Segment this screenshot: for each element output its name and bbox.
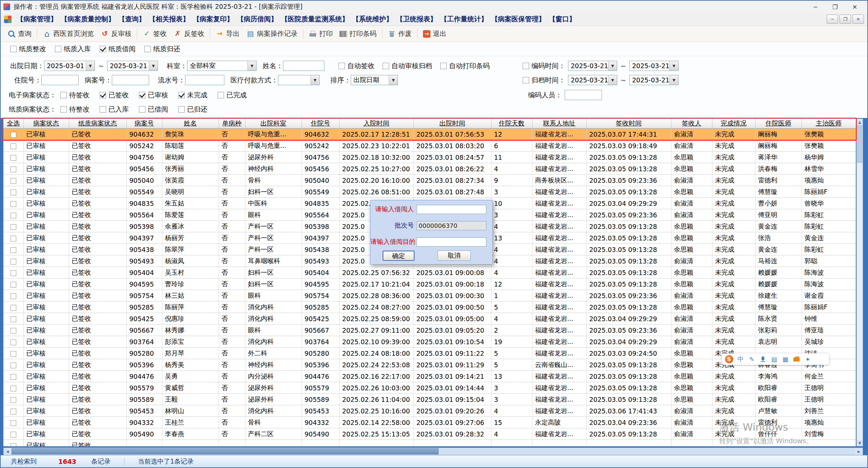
table-row[interactable]: 已审核已签收905242陈聪莲否呼吸与危重...9052422025.02.23… <box>3 140 856 152</box>
chinese-mode-icon[interactable]: 中 <box>737 355 744 363</box>
mdi-close-button[interactable]: ✕ <box>852 15 864 24</box>
row-checkbox[interactable] <box>11 305 16 311</box>
window-minimize-button[interactable]: ─ <box>806 1 825 13</box>
column-header[interactable]: 主治医师 <box>802 119 856 129</box>
chevron-down-icon[interactable]: ▼ <box>389 75 398 85</box>
western-homepage-browse-button[interactable]: ⌂西医首页浏览 <box>39 27 97 40</box>
purpose-input[interactable] <box>417 237 486 247</box>
row-checkbox[interactable] <box>11 386 16 391</box>
serial-no-input[interactable] <box>185 75 224 85</box>
cancel-button[interactable]: 取消 <box>438 251 471 261</box>
row-checkbox[interactable] <box>11 363 16 368</box>
row-checkbox[interactable] <box>11 178 16 184</box>
window-close-button[interactable]: ✕ <box>845 1 865 13</box>
keyboard-icon[interactable]: ▤ <box>770 355 778 363</box>
window-maximize-button[interactable]: ❐ <box>825 1 845 13</box>
table-row[interactable]: 已审核已签收903764彭添宝否消化内科9037642025.02.10 09:… <box>3 336 856 348</box>
e-record-status-checkbox[interactable]: 待签收 <box>60 91 89 100</box>
table-row[interactable]: 已审核已签收904632詹笑珠否呼吸与危重...9046322025.02.17… <box>3 129 856 140</box>
coding-from-combo[interactable]: 2025-03-21 ▼ <box>568 61 617 71</box>
menu-item[interactable]: 【病案复印】 <box>191 15 235 24</box>
print-barcode-button[interactable]: 打印条码 <box>336 27 380 40</box>
coder-input[interactable] <box>565 90 602 100</box>
row-checkbox[interactable] <box>11 132 16 138</box>
row-checkbox[interactable] <box>11 409 16 414</box>
mdi-restore-button[interactable]: ❐ <box>840 15 851 24</box>
menu-item[interactable]: 【卫统报表】 <box>395 15 439 24</box>
column-header[interactable]: 出院科室 <box>245 119 302 129</box>
exit-button[interactable]: →退出 <box>420 27 450 40</box>
auto-option-checkbox[interactable]: 自动打印条码 <box>440 61 490 71</box>
horizontal-scroll-thumb[interactable] <box>12 448 439 454</box>
record-operation-log-button[interactable]: ▤病案操作记录 <box>243 27 301 40</box>
table-row[interactable]: 已审核已签收 <box>3 440 856 447</box>
row-checkbox[interactable] <box>11 213 16 218</box>
table-row[interactable]: 已审核已签收904332王桂兰否骨科9043322025.02.14 22:58… <box>3 417 856 428</box>
column-header[interactable]: 完成情况 <box>712 119 755 129</box>
table-row[interactable]: 已审核已签收905579黄威哲否泌尿外科9055792025.02.26 10:… <box>3 382 856 394</box>
scroll-down-arrow-icon[interactable]: ▼ <box>857 440 863 446</box>
menu-item[interactable]: 【病历借阅】 <box>235 15 279 24</box>
column-header[interactable]: 全选 <box>3 119 23 129</box>
coding-to-combo[interactable]: 2025-03-21 ▼ <box>629 61 679 71</box>
column-header[interactable]: 住院天数 <box>491 119 532 129</box>
row-checkbox[interactable] <box>11 351 16 357</box>
e-record-status-checkbox[interactable]: 已审核 <box>139 91 168 100</box>
wrench-icon[interactable]: ✦ <box>804 355 811 363</box>
menu-item[interactable]: 【窗口】 <box>547 15 578 24</box>
row-checkbox[interactable] <box>11 374 16 380</box>
scroll-up-arrow-icon[interactable]: ▲ <box>857 119 863 125</box>
row-checkbox[interactable] <box>11 201 16 207</box>
sort-combo[interactable]: 出院日期 ▼ <box>351 75 398 85</box>
archive-from-combo[interactable]: 2025-03-21 ▼ <box>568 75 617 85</box>
chevron-down-icon[interactable]: ▼ <box>247 61 256 71</box>
grid-icon[interactable]: ▦ <box>782 355 789 363</box>
toolbox-icon[interactable] <box>793 355 800 363</box>
paper-record-status-checkbox[interactable]: 已归还 <box>178 105 207 114</box>
paper-record-status-checkbox[interactable]: 已入库 <box>100 105 129 114</box>
dept-combo[interactable]: 全部科室 ▼ <box>187 61 257 71</box>
chevron-down-icon[interactable]: ▼ <box>86 61 95 71</box>
row-checkbox[interactable] <box>11 432 16 437</box>
table-row[interactable]: 已审核已签收905456张秀丽否神经内科9054562025.02.25 10:… <box>3 163 856 175</box>
row-checkbox[interactable] <box>11 316 16 322</box>
menu-item[interactable]: 【医院质量监测系统】 <box>279 15 350 24</box>
column-header[interactable]: 姓名 <box>162 119 219 129</box>
record-no-input[interactable] <box>112 75 149 85</box>
vertical-scroll-thumb[interactable] <box>857 125 862 163</box>
paper-toggle-checkbox[interactable]: 纸质归还 <box>144 44 180 54</box>
e-record-status-checkbox[interactable]: 已签收 <box>100 91 129 100</box>
column-header[interactable]: 病案号 <box>126 119 162 129</box>
table-row[interactable]: 已审核已签收905425倪惠珍否消化内科9054252025.02.25 08:… <box>3 313 856 325</box>
column-header[interactable]: 签收时间 <box>586 119 671 129</box>
menu-item[interactable]: 【工作量统计】 <box>439 15 489 24</box>
table-row[interactable]: 已审核已签收905453林明山否消化内科9054532025.02.25 10:… <box>3 405 856 417</box>
vertical-scrollbar[interactable]: ▲ ▼ <box>856 119 863 446</box>
sogou-logo[interactable]: S <box>725 355 733 363</box>
column-header[interactable]: 入院时间 <box>339 119 413 129</box>
paper-record-status-checkbox[interactable]: 待整改 <box>60 105 89 114</box>
row-checkbox[interactable] <box>11 143 16 149</box>
table-row[interactable]: 已审核已签收904756谢幼姆否泌尿外科9047562025.02.18 10:… <box>3 152 856 163</box>
auto-option-checkbox[interactable]: 自动签收 <box>339 61 375 71</box>
print-button[interactable]: 打印 <box>305 27 336 40</box>
inpatient-no-input[interactable] <box>41 75 79 85</box>
name-input[interactable] <box>283 61 324 71</box>
table-row[interactable]: 已审核已签收905549吴晓明否妇科一区9055492025.02.26 08:… <box>3 186 856 198</box>
row-checkbox[interactable] <box>11 224 16 230</box>
horizontal-scrollbar[interactable]: ◀ ▶ <box>3 448 863 455</box>
mdi-minimize-button[interactable]: ─ <box>827 15 838 24</box>
auto-option-checkbox[interactable]: 自动审核归档 <box>383 61 432 71</box>
scroll-right-arrow-icon[interactable]: ▶ <box>855 448 863 455</box>
chevron-down-icon[interactable]: ▼ <box>149 61 158 71</box>
row-checkbox[interactable] <box>11 328 16 334</box>
menu-item[interactable]: 【病案医保管理】 <box>489 15 547 24</box>
table-row[interactable]: 已审核已签收904476吴勇否内分泌科9044762025.02.16 22:1… <box>3 371 856 382</box>
paper-record-status-checkbox[interactable]: 已借阅 <box>139 105 168 114</box>
chevron-down-icon[interactable]: ▼ <box>669 75 678 85</box>
column-header[interactable]: 出院时间 <box>413 119 491 129</box>
row-checkbox[interactable] <box>11 259 16 265</box>
table-row[interactable]: 已审核已签收905490李春燕否产科二区9054902025.02.25 15:… <box>3 428 856 440</box>
payment-combo[interactable]: ▼ <box>278 75 320 85</box>
row-checkbox[interactable] <box>11 155 16 161</box>
